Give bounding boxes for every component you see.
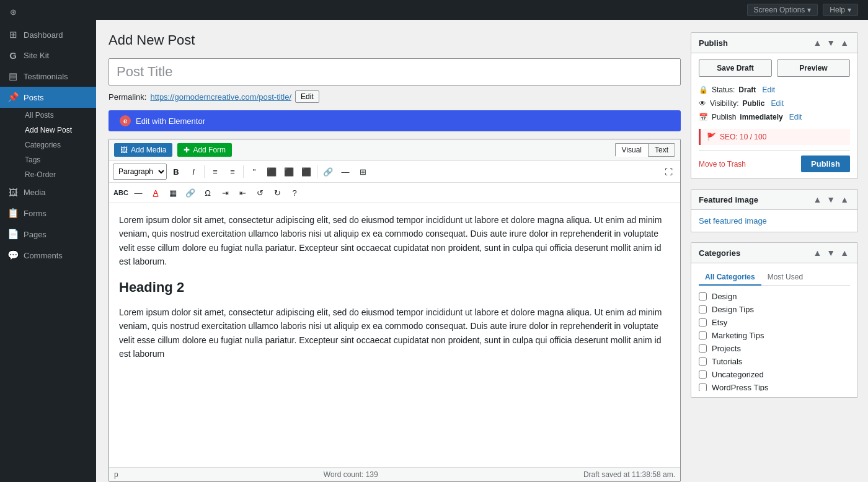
redo-button[interactable]: ↻ — [269, 185, 285, 201]
editor-paragraph-2: Lorem ipsum dolor sit amet, consectetur … — [119, 305, 670, 361]
tab-all-categories[interactable]: All Categories — [699, 269, 761, 286]
visibility-edit-link[interactable]: Edit — [771, 99, 784, 108]
featured-collapse-up-button[interactable]: ▲ — [812, 195, 823, 204]
elementor-edit-button[interactable]: e Edit with Elementor — [108, 110, 681, 131]
special-char-button[interactable]: Ω — [200, 185, 216, 201]
add-form-button[interactable]: ✚ Add Form — [177, 143, 232, 157]
link-button[interactable]: 🔗 — [320, 164, 336, 180]
category-label: Projects — [712, 344, 741, 353]
word-count-label: Word count: — [324, 470, 363, 479]
save-draft-button[interactable]: Save Draft — [699, 59, 772, 77]
visual-tab[interactable]: Visual — [615, 143, 648, 157]
category-checkbox[interactable] — [699, 357, 707, 366]
toolbar-divider — [204, 165, 205, 178]
publish-label: Publish — [712, 113, 736, 121]
category-checkbox[interactable] — [699, 331, 707, 340]
indent-button[interactable]: ⇥ — [217, 185, 233, 201]
categories-collapse-up-button[interactable]: ▲ — [812, 248, 823, 258]
publish-close-button[interactable]: ▲ — [839, 38, 850, 48]
seo-icon: 🚩 — [707, 133, 716, 141]
editor-paragraph-1: Lorem ipsum dolor sit amet, consectetur … — [119, 213, 670, 269]
sidebar-item-pages[interactable]: 📄 Pages — [0, 224, 96, 245]
move-to-trash-link[interactable]: Move to Trash — [699, 160, 746, 169]
paste-text-button[interactable]: ▦ — [165, 185, 181, 201]
sidebar-item-sitekit[interactable]: G Site Kit — [0, 45, 96, 66]
permalink-edit-button[interactable]: Edit — [295, 90, 319, 103]
publish-collapse-down-button[interactable]: ▼ — [825, 38, 836, 48]
publish-button[interactable]: Publish — [801, 156, 850, 172]
italic-button[interactable]: I — [185, 164, 202, 180]
seo-label: SEO: 10 / 100 — [720, 133, 766, 141]
table-button[interactable]: ⊞ — [355, 164, 371, 180]
posts-submenu: All Posts Add New Post Categories Tags R… — [0, 108, 96, 182]
category-checkbox[interactable] — [699, 292, 707, 300]
sidebar-subitem-reorder[interactable]: Re-Order — [20, 167, 96, 182]
hr-button[interactable]: — — [337, 164, 353, 180]
align-left-button[interactable]: ⬛ — [264, 164, 280, 180]
categories-collapse-down-button[interactable]: ▼ — [825, 248, 836, 258]
sidebar-item-label: Dashboard — [24, 30, 63, 40]
fullscreen-button[interactable]: ⛶ — [660, 164, 676, 180]
strikethrough-button[interactable]: ABC — [113, 185, 129, 201]
tab-most-used[interactable]: Most Used — [761, 269, 809, 286]
clear-format-button[interactable]: 🔗 — [182, 185, 198, 201]
status-edit-link[interactable]: Edit — [762, 85, 775, 94]
screen-options-button[interactable]: Screen Options ▾ — [747, 4, 818, 16]
category-item[interactable]: WordPress Tips — [699, 383, 850, 391]
align-right-button[interactable]: ⬛ — [298, 164, 314, 180]
category-item[interactable]: Etsy — [699, 318, 850, 327]
category-item[interactable]: Design — [699, 292, 850, 301]
blockquote-button[interactable]: " — [246, 164, 262, 180]
featured-close-button[interactable]: ▲ — [839, 195, 850, 204]
help-editor-button[interactable]: ? — [286, 185, 303, 201]
post-title-input[interactable] — [108, 58, 681, 85]
category-item[interactable]: Marketing Tips — [699, 331, 850, 340]
paragraph-select[interactable]: Paragraph — [113, 164, 167, 180]
bold-button[interactable]: B — [168, 164, 184, 180]
categories-header: Categories ▲ ▼ ▲ — [691, 243, 857, 263]
category-item[interactable]: Projects — [699, 344, 850, 353]
publish-status-row: 🔒 Status: Draft Edit — [699, 83, 850, 97]
set-featured-image-link[interactable]: Set featured image — [699, 216, 767, 226]
category-label: Uncategorized — [712, 370, 764, 379]
sidebar-item-forms[interactable]: 📋 Forms — [0, 203, 96, 224]
unordered-list-button[interactable]: ≡ — [207, 164, 223, 180]
sidebar-item-dashboard[interactable]: ⊞ Dashboard — [0, 24, 96, 45]
horizontal-rule-button[interactable]: — — [130, 185, 146, 201]
category-item[interactable]: Design Tips — [699, 305, 850, 314]
sidebar-subitem-add-new[interactable]: Add New Post — [20, 123, 96, 138]
editor-body[interactable]: Lorem ipsum dolor sit amet, consectetur … — [109, 203, 680, 467]
sidebar-subitem-all-posts[interactable]: All Posts — [20, 108, 96, 123]
text-color-button[interactable]: A — [148, 185, 164, 201]
publish-collapse-up-button[interactable]: ▲ — [812, 38, 823, 48]
sidebar-subitem-categories[interactable]: Categories — [20, 138, 96, 152]
sidebar-item-comments[interactable]: 💬 Comments — [0, 245, 96, 266]
category-item[interactable]: Uncategorized — [699, 370, 850, 379]
categories-title: Categories — [699, 248, 740, 258]
outdent-button[interactable]: ⇤ — [234, 185, 250, 201]
featured-collapse-down-button[interactable]: ▼ — [825, 195, 836, 204]
sidebar-item-media[interactable]: 🖼 Media — [0, 182, 96, 203]
category-label: Marketing Tips — [712, 331, 764, 340]
help-button[interactable]: Help ▾ — [823, 4, 858, 16]
align-center-button[interactable]: ⬛ — [281, 164, 297, 180]
category-checkbox[interactable] — [699, 305, 707, 313]
sidebar-item-testimonials[interactable]: ▤ Testimonials — [0, 66, 96, 87]
permalink-url[interactable]: https://gomoderncreative.com/post-title/ — [150, 92, 291, 102]
category-checkbox[interactable] — [699, 370, 707, 379]
category-item[interactable]: Tutorials — [699, 357, 850, 366]
undo-button[interactable]: ↺ — [252, 185, 268, 201]
category-label: Design Tips — [712, 305, 754, 314]
preview-button[interactable]: Preview — [777, 59, 850, 77]
text-tab[interactable]: Text — [648, 143, 675, 157]
categories-close-button[interactable]: ▲ — [839, 248, 850, 258]
category-checkbox[interactable] — [699, 383, 707, 391]
add-media-button[interactable]: 🖼 Add Media — [114, 143, 172, 157]
sidebar-subitem-tags[interactable]: Tags — [20, 152, 96, 167]
sidebar-item-posts[interactable]: 📌 Posts — [0, 87, 96, 108]
categories-controls: ▲ ▼ ▲ — [812, 248, 850, 258]
publish-schedule-edit-link[interactable]: Edit — [789, 113, 802, 121]
category-checkbox[interactable] — [699, 344, 707, 353]
ordered-list-button[interactable]: ≡ — [224, 164, 241, 180]
category-checkbox[interactable] — [699, 318, 707, 326]
